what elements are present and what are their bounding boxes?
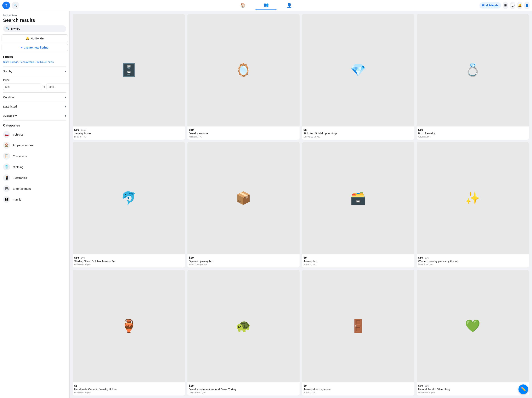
notify-me-button[interactable]: 🔔 Notify Me xyxy=(1,34,68,42)
product-card[interactable]: 🐬 $35 $40 Sterling Silver Dolphin Jewelr… xyxy=(73,142,185,268)
page-layout: Marketplace Search results 🔍 🔔 Notify Me… xyxy=(0,11,532,398)
main-content: 🗄️ $50 $150 Jewelry boxes Drifting, PA 🪞… xyxy=(70,11,532,398)
apps-button[interactable]: ⊞ xyxy=(503,1,508,9)
bell-icon: 🔔 xyxy=(26,37,29,40)
nav-left: f 🔍 xyxy=(2,1,52,9)
electronics-label: Electronics xyxy=(13,176,27,179)
product-price-row: $50 $150 xyxy=(74,128,184,131)
product-name: Jewelry door organizer xyxy=(304,388,413,391)
availability-label: Availability xyxy=(3,114,17,117)
find-friends-button[interactable]: Find Friends xyxy=(480,2,501,8)
date-listed-filter[interactable]: Date listed ▾ xyxy=(3,102,66,111)
product-image: 🚪 xyxy=(302,270,414,382)
product-price-row: $5 xyxy=(304,384,413,387)
price-inputs: to xyxy=(3,84,66,90)
product-price: $35 xyxy=(74,256,79,259)
vehicles-label: Vehicles xyxy=(13,133,24,136)
messenger-button[interactable]: 💬 xyxy=(510,1,515,9)
product-image: 🗃️ xyxy=(302,142,414,254)
product-location: Altoona, PA xyxy=(418,135,528,138)
product-image: 🐢 xyxy=(187,270,300,382)
product-card[interactable]: 🐢 $15 Jewelry turtle antique And Glass T… xyxy=(187,270,300,396)
condition-filter[interactable]: Condition ▾ xyxy=(3,92,66,102)
product-card[interactable]: 💍 $10 Box of jewelry Altoona, PA xyxy=(417,14,529,140)
sidebar-item-electronics[interactable]: 📱 Electronics xyxy=(1,172,68,183)
search-input[interactable] xyxy=(11,27,63,30)
product-location: State College, PA xyxy=(189,263,298,266)
product-price: $5 xyxy=(304,384,307,387)
page-title: Search results xyxy=(1,18,68,23)
product-price-row: $70 $85 xyxy=(418,384,528,387)
product-info: $10 Dynamic jewelry box State College, P… xyxy=(187,254,300,268)
product-info: $60 $75 Western jewelry pieces by the lo… xyxy=(417,254,529,268)
categories-section: Categories 🚗 Vehicles 🏠 Property for ren… xyxy=(1,120,68,205)
sidebar-item-property-rent[interactable]: 🏠 Property for rent xyxy=(1,140,68,151)
product-location: Altoona, PA xyxy=(304,263,413,266)
product-info: $5 Pink And Gold drop earrings Delivered… xyxy=(302,126,414,140)
product-info: $70 $85 Natural Peridot Silver Ring Deli… xyxy=(417,382,529,396)
messenger-float-button[interactable]: ✏️ xyxy=(519,385,528,394)
product-price: $5 xyxy=(304,256,307,259)
product-image: 📦 xyxy=(187,142,300,254)
profile-button[interactable]: 👤 xyxy=(524,1,530,9)
availability-filter[interactable]: Availability ▾ xyxy=(3,111,66,120)
product-card[interactable]: 🚪 $5 Jewelry door organizer Altoona, PA xyxy=(302,270,414,396)
sidebar-item-clothing[interactable]: 👕 Clothing xyxy=(1,162,68,172)
sort-by-filter[interactable]: Sort by ▾ xyxy=(3,66,66,76)
plus-icon: + xyxy=(21,46,23,49)
search-button[interactable]: 🔍 xyxy=(12,1,19,9)
clothing-label: Clothing xyxy=(13,165,23,169)
product-image: 💍 xyxy=(417,14,529,126)
categories-list: 🚗 Vehicles 🏠 Property for rent 📋 Classif… xyxy=(1,129,68,205)
filters-title: Filters xyxy=(3,55,66,59)
product-card[interactable]: 🗄️ $50 $150 Jewelry boxes Drifting, PA xyxy=(73,14,185,140)
product-card[interactable]: ✨ $60 $75 Western jewelry pieces by the … xyxy=(417,142,529,268)
product-name: Pink And Gold drop earrings xyxy=(304,132,413,135)
product-info: $15 Jewelry turtle antique And Glass Tur… xyxy=(187,382,300,396)
price-to-label: to xyxy=(43,85,45,88)
classifieds-label: Classifieds xyxy=(13,155,27,158)
product-price: $50 xyxy=(74,128,79,131)
product-card[interactable]: 💚 $70 $85 Natural Peridot Silver Ring De… xyxy=(417,270,529,396)
product-card[interactable]: 🗃️ $5 Jewelry box Altoona, PA xyxy=(302,142,414,268)
electronics-icon: 📱 xyxy=(3,174,10,181)
product-name: Sterling Silver Dolphin Jewelry Set xyxy=(74,260,184,263)
product-name: Jewelry box xyxy=(304,260,413,263)
price-max-input[interactable] xyxy=(47,84,70,90)
product-info: $10 Box of jewelry Altoona, PA xyxy=(417,126,529,140)
breadcrumb: Marketplace xyxy=(1,14,68,17)
groups-nav-button[interactable]: 👤 xyxy=(278,1,300,10)
sidebar-item-classifieds[interactable]: 📋 Classifieds xyxy=(1,151,68,162)
create-listing-button[interactable]: + Create new listing xyxy=(1,44,68,51)
product-price: $5 xyxy=(304,128,307,131)
price-min-input[interactable] xyxy=(3,84,41,90)
entertainment-icon: 🎮 xyxy=(3,185,10,192)
price-filter: Price to xyxy=(3,76,66,92)
product-card[interactable]: 🏺 $5 Handmade Ceramic Jewelry Holder Del… xyxy=(73,270,185,396)
location-filter[interactable]: State College, Pennsylvania · Within 40 … xyxy=(3,60,66,63)
product-original-price: $85 xyxy=(424,384,429,387)
home-nav-button[interactable]: 🏠 xyxy=(232,1,254,10)
facebook-logo[interactable]: f xyxy=(2,1,10,9)
search-bar[interactable]: 🔍 xyxy=(3,25,66,32)
top-navigation: f 🔍 🏠 👥 👤 Find Friends ⊞ 💬 🔔 👤 xyxy=(0,0,532,11)
product-location: Delivered to you xyxy=(189,391,298,394)
product-grid: 🗄️ $50 $150 Jewelry boxes Drifting, PA 🪞… xyxy=(73,14,529,396)
product-card[interactable]: 📦 $10 Dynamic jewelry box State College,… xyxy=(187,142,300,268)
product-card[interactable]: 🪞 $50 Jewelry armoire Millheim, PA xyxy=(187,14,300,140)
product-name: Natural Peridot Silver Ring xyxy=(418,388,528,391)
product-name: Dynamic jewelry box xyxy=(189,260,298,263)
sidebar-item-family[interactable]: 👨‍👩‍👧 Family xyxy=(1,194,68,205)
product-info: $50 $150 Jewelry boxes Drifting, PA xyxy=(73,126,185,140)
property-rent-label: Property for rent xyxy=(13,144,34,147)
notifications-button[interactable]: 🔔 xyxy=(517,1,523,9)
product-price: $60 xyxy=(418,256,423,259)
sidebar-item-vehicles[interactable]: 🚗 Vehicles xyxy=(1,129,68,140)
friends-nav-button[interactable]: 👥 xyxy=(255,1,277,10)
nav-center: 🏠 👥 👤 xyxy=(52,1,480,10)
product-name: Handmade Ceramic Jewelry Holder xyxy=(74,388,184,391)
sidebar-item-entertainment[interactable]: 🎮 Entertainment xyxy=(1,183,68,194)
product-location: Delivered to you xyxy=(74,391,184,394)
product-card[interactable]: 💎 $5 Pink And Gold drop earrings Deliver… xyxy=(302,14,414,140)
product-price-row: $5 xyxy=(74,384,184,387)
